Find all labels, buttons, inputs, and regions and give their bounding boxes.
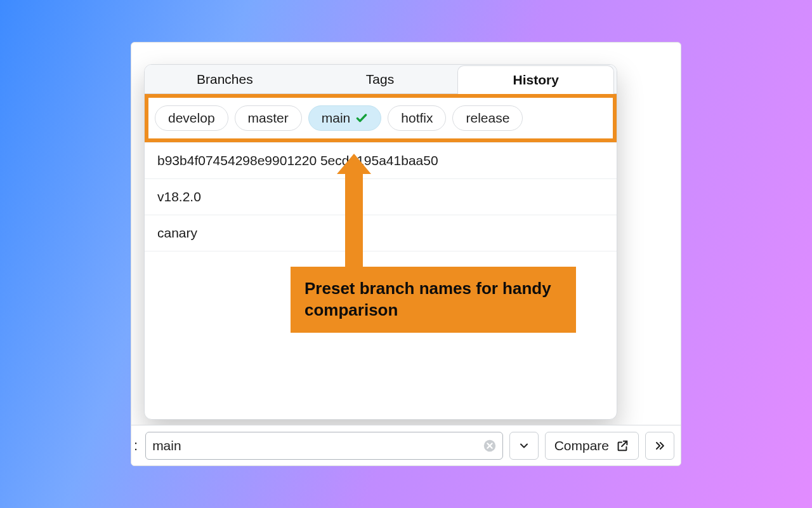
compare-button[interactable]: Compare (545, 432, 639, 460)
branch-chip-hotfix[interactable]: hotfix (388, 105, 446, 131)
bottom-bar: : Compare (131, 425, 681, 465)
branch-chip-label: hotfix (401, 110, 433, 126)
callout-box: Preset branch names for handy comparison (291, 267, 576, 333)
branch-chip-main[interactable]: main (308, 105, 382, 131)
history-list: b93b4f07454298e9901220 5ecdd195a41baa50 … (145, 142, 617, 251)
branch-input[interactable] (152, 438, 482, 453)
picker-tabs: Branches Tags History (145, 65, 617, 94)
list-item[interactable]: canary (145, 215, 617, 251)
app-window: Branches Tags History develop master mai… (131, 42, 681, 466)
preset-branches-row: develop master main hotfix release (145, 94, 617, 142)
check-icon (355, 112, 368, 124)
branch-chip-master[interactable]: master (235, 105, 302, 131)
dropdown-toggle-button[interactable] (509, 432, 539, 460)
clear-input-button[interactable] (482, 438, 497, 453)
external-link-icon (615, 439, 629, 453)
tab-history[interactable]: History (457, 65, 614, 94)
close-circle-icon (483, 439, 497, 453)
compare-label: Compare (554, 438, 609, 453)
branch-chip-label: release (466, 110, 509, 126)
branch-input-wrap[interactable] (145, 432, 503, 460)
branch-chip-develop[interactable]: develop (155, 105, 228, 131)
callout-arrow (345, 168, 363, 268)
branch-chip-label: develop (168, 110, 215, 126)
branch-chip-release[interactable]: release (452, 105, 523, 131)
list-item[interactable]: b93b4f07454298e9901220 5ecdd195a41baa50 (145, 142, 617, 179)
branch-chip-label: main (322, 110, 351, 126)
tab-branches[interactable]: Branches (147, 65, 303, 93)
tab-tags[interactable]: Tags (303, 65, 458, 93)
chevron-down-icon (518, 439, 530, 452)
expand-button[interactable] (645, 432, 674, 460)
branch-chip-label: master (248, 110, 289, 126)
list-item[interactable]: v18.2.0 (145, 179, 617, 215)
chevron-double-right-icon (653, 439, 666, 452)
branch-picker-popup: Branches Tags History develop master mai… (144, 64, 617, 420)
colon-label: : (131, 438, 139, 454)
